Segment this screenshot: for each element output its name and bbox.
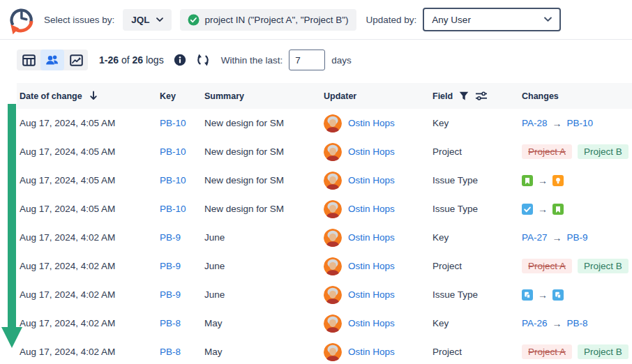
- old-value-badge: Project A: [522, 259, 572, 273]
- updater-link[interactable]: Ostin Hops: [348, 146, 395, 157]
- field-name: Project: [432, 347, 522, 357]
- table-row: Aug 17, 2024, 4:05 AM PB-10 New design f…: [17, 137, 632, 166]
- change-from-link[interactable]: PA-28: [522, 118, 548, 128]
- avatar: [324, 172, 342, 190]
- days-suffix-label: days: [331, 55, 352, 66]
- issue-key-link[interactable]: PB-10: [160, 175, 186, 185]
- changes-cell: →: [522, 289, 632, 301]
- table-row: Aug 17, 2024, 4:05 AM PB-10 New design f…: [17, 109, 632, 137]
- date-of-change: Aug 17, 2024, 4:02 AM: [17, 261, 160, 271]
- table-row: Aug 17, 2024, 4:02 AM PB-8 May Ostin Hop…: [17, 338, 632, 364]
- table-view-button[interactable]: [17, 50, 40, 70]
- column-header-key[interactable]: Key: [160, 91, 204, 101]
- updated-by-label: Updated by:: [366, 15, 417, 25]
- jql-mode-button[interactable]: JQL: [123, 9, 171, 31]
- info-button[interactable]: [174, 54, 186, 66]
- select-issues-label: Select issues by:: [44, 15, 114, 25]
- changes-cell: PA-27→PB-9: [522, 232, 632, 243]
- chevron-down-icon: [156, 17, 163, 22]
- avatar: [324, 114, 342, 132]
- filter-icon[interactable]: [459, 91, 469, 100]
- story-icon: [552, 204, 564, 215]
- within-last-label: Within the last:: [221, 55, 283, 66]
- sort-desc-icon[interactable]: [89, 91, 98, 101]
- field-settings-icon[interactable]: [475, 91, 488, 100]
- jql-query-field[interactable]: project IN ("Project A", "Project B"): [180, 9, 356, 31]
- table-row: Aug 17, 2024, 4:02 AM PB-9 June Ostin Ho…: [17, 280, 632, 309]
- avatar: [324, 343, 342, 361]
- old-value-badge: Project A: [522, 144, 572, 159]
- column-header-updater[interactable]: Updater: [324, 91, 432, 101]
- days-input[interactable]: [289, 50, 325, 70]
- updater-link[interactable]: Ostin Hops: [348, 204, 395, 214]
- change-to-link[interactable]: PB-10: [567, 118, 594, 128]
- issue-key-link[interactable]: PB-8: [160, 347, 181, 357]
- issue-key-link[interactable]: PB-8: [160, 318, 181, 328]
- issue-key-link[interactable]: PB-10: [160, 204, 186, 214]
- updater-link[interactable]: Ostin Hops: [348, 118, 395, 128]
- timeline-arrow-bar: [8, 104, 16, 327]
- changes-cell: PA-26→PB-8: [522, 318, 632, 329]
- column-header-summary[interactable]: Summary: [204, 91, 324, 101]
- column-header-date[interactable]: Date of change: [17, 91, 160, 101]
- jql-mode-label: JQL: [131, 15, 149, 25]
- chart-view-button[interactable]: [64, 50, 88, 70]
- info-icon: [174, 54, 186, 66]
- updater-link[interactable]: Ostin Hops: [348, 175, 395, 185]
- change-from-link[interactable]: PA-27: [522, 232, 548, 243]
- avatar: [324, 286, 342, 304]
- column-header-updater-label: Updater: [324, 91, 356, 101]
- updater-link[interactable]: Ostin Hops: [348, 347, 395, 357]
- change-to-link[interactable]: PB-9: [567, 232, 588, 243]
- avatar: [324, 143, 342, 161]
- history-table: Date of change Key Summary Updater Field: [17, 83, 632, 364]
- field-name: Project: [432, 261, 522, 271]
- change-arrow-icon: →: [552, 118, 562, 129]
- valid-check-icon: [188, 14, 200, 26]
- column-header-summary-label: Summary: [204, 91, 244, 101]
- subtask-icon: [522, 289, 533, 301]
- date-of-change: Aug 17, 2024, 4:05 AM: [17, 204, 160, 214]
- column-header-field[interactable]: Field: [432, 91, 522, 101]
- field-name: Issue Type: [432, 289, 522, 300]
- old-value-badge: Project A: [522, 344, 572, 359]
- issue-key-link[interactable]: PB-9: [160, 289, 181, 300]
- changes-cell: Project AProject B: [522, 144, 632, 159]
- column-header-field-label: Field: [432, 91, 453, 101]
- table-header-row: Date of change Key Summary Updater Field: [17, 83, 632, 109]
- change-from-link[interactable]: PA-26: [522, 318, 548, 328]
- change-to-link[interactable]: PB-8: [567, 318, 588, 328]
- date-of-change: Aug 17, 2024, 4:02 AM: [17, 318, 160, 328]
- task-icon: [522, 204, 533, 215]
- updated-by-select[interactable]: Any User: [423, 8, 561, 31]
- updater-link[interactable]: Ostin Hops: [348, 261, 395, 271]
- issue-summary: May: [204, 347, 324, 357]
- date-of-change: Aug 17, 2024, 4:05 AM: [17, 118, 160, 128]
- date-of-change: Aug 17, 2024, 4:02 AM: [17, 232, 160, 243]
- table-row: Aug 17, 2024, 4:02 AM PB-8 May Ostin Hop…: [17, 309, 632, 338]
- issue-key-link[interactable]: PB-10: [160, 118, 186, 128]
- updater-link[interactable]: Ostin Hops: [348, 318, 395, 328]
- updater-link[interactable]: Ostin Hops: [348, 232, 395, 243]
- field-name: Key: [432, 118, 522, 128]
- avatar: [324, 314, 342, 333]
- people-view-button[interactable]: [40, 50, 64, 70]
- field-name: Key: [432, 232, 522, 243]
- issue-summary: New design for SM: [204, 175, 324, 185]
- changes-cell: Project AProject B: [522, 259, 632, 273]
- issue-key-link[interactable]: PB-9: [160, 261, 181, 271]
- issue-key-link[interactable]: PB-10: [160, 146, 186, 157]
- updated-by-value: Any User: [432, 15, 471, 25]
- story-icon: [522, 175, 533, 186]
- refresh-button[interactable]: [196, 53, 210, 67]
- updater-link[interactable]: Ostin Hops: [348, 289, 395, 300]
- view-switcher: [17, 50, 88, 70]
- change-arrow-icon: →: [538, 289, 548, 301]
- column-header-changes[interactable]: Changes: [522, 91, 632, 101]
- new-value-badge: Project B: [578, 144, 629, 159]
- table-row: Aug 17, 2024, 4:05 AM PB-10 New design f…: [17, 166, 632, 195]
- change-arrow-icon: →: [552, 318, 562, 329]
- issue-key-link[interactable]: PB-9: [160, 232, 181, 243]
- line-chart-icon: [70, 54, 83, 66]
- table-row: Aug 17, 2024, 4:02 AM PB-9 June Ostin Ho…: [17, 223, 632, 252]
